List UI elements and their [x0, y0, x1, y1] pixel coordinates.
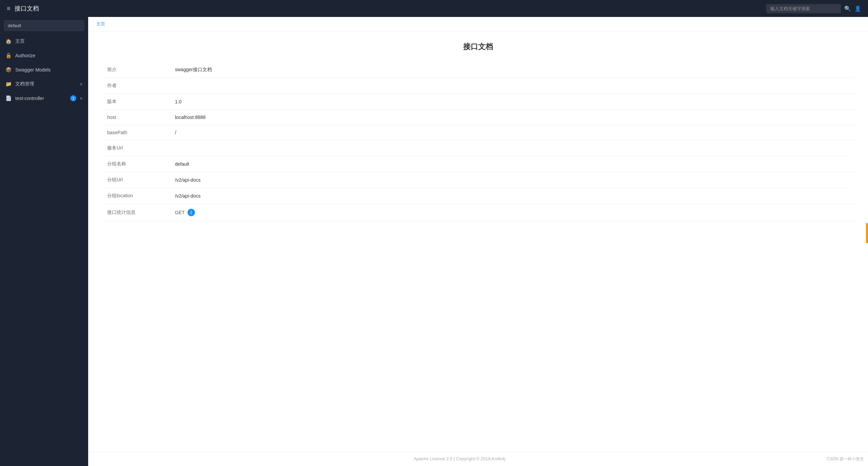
table-row: 版本 1.0 — [102, 94, 854, 110]
sidebar-arrow-test-controller: ∨ — [80, 96, 83, 101]
info-table: 简介 swagger接口文档 作者 版本 1.0 host localhost:… — [102, 62, 854, 221]
sidebar-icon-doc-manage: 📁 — [5, 81, 12, 87]
table-row: 服务Url — [102, 140, 854, 156]
menu-icon[interactable]: ≡ — [7, 5, 11, 12]
sidebar-label-swagger-models: Swagger Models — [15, 67, 83, 73]
footer: Apache License 2.0 | Copyright © 2019-Kn… — [88, 452, 868, 466]
table-cell-value-2: 1.0 — [170, 94, 854, 110]
search-icon[interactable]: 🔍 — [844, 5, 851, 12]
table-cell-label-4: basePath — [102, 125, 170, 140]
scroll-indicator — [866, 223, 868, 243]
header-title: 接口文档 — [15, 4, 39, 13]
table-cell-value-3: localhost:8888 — [170, 110, 854, 125]
sidebar-select-wrapper: default — [0, 17, 88, 34]
sidebar-icon-swagger-models: 📦 — [5, 67, 12, 73]
table-row: basePath / — [102, 125, 854, 140]
sidebar-nav: 🏠 主页 🔒 Authorize 📦 Swagger Models 📁 文档管理… — [0, 34, 88, 105]
table-cell-value-5 — [170, 140, 854, 156]
table-cell-value-1 — [170, 78, 854, 94]
table-cell-label-1: 作者 — [102, 78, 170, 94]
header-right: 🔍 👤 — [766, 4, 861, 13]
sidebar-badge-test-controller: 1 — [70, 95, 76, 101]
table-cell-value-6: default — [170, 156, 854, 172]
group-select[interactable]: default — [4, 20, 84, 31]
table-cell-label-2: 版本 — [102, 94, 170, 110]
sidebar-arrow-doc-manage: ∨ — [80, 82, 83, 86]
sidebar-item-authorize[interactable]: 🔒 Authorize — [0, 48, 88, 63]
content-area: 主页 接口文档 简介 swagger接口文档 作者 版本 1.0 host lo… — [88, 17, 868, 466]
table-cell-label-7: 分组Url — [102, 172, 170, 188]
table-row: host localhost:8888 — [102, 110, 854, 125]
get-count-badge: 1 — [188, 209, 195, 216]
table-row: 作者 — [102, 78, 854, 94]
table-cell-value-9: GET 1 — [170, 204, 854, 221]
sidebar-label-home: 主页 — [15, 38, 83, 44]
sidebar-label-test-controller: test-controller — [15, 96, 67, 101]
search-input[interactable] — [766, 4, 841, 13]
get-label: GET — [175, 210, 185, 215]
sidebar-icon-test-controller: 📄 — [5, 95, 12, 101]
main-layout: default 🏠 主页 🔒 Authorize 📦 Swagger Model… — [0, 17, 868, 466]
sidebar-item-home[interactable]: 🏠 主页 — [0, 34, 88, 48]
sidebar-item-doc-manage[interactable]: 📁 文档管理 ∨ — [0, 77, 88, 91]
sidebar-label-doc-manage: 文档管理 — [15, 81, 76, 87]
table-cell-label-5: 服务Url — [102, 140, 170, 156]
sidebar: default 🏠 主页 🔒 Authorize 📦 Swagger Model… — [0, 17, 88, 466]
sidebar-icon-home: 🏠 — [5, 38, 12, 44]
get-badge: GET 1 — [175, 209, 195, 216]
table-row: 分组Url /v2/api-docs — [102, 172, 854, 188]
table-cell-label-6: 分组名称 — [102, 156, 170, 172]
table-row: 接口统计信息 GET 1 — [102, 204, 854, 221]
table-cell-label-9: 接口统计信息 — [102, 204, 170, 221]
content-body: 接口文档 简介 swagger接口文档 作者 版本 1.0 host local… — [88, 32, 868, 452]
sidebar-icon-authorize: 🔒 — [5, 53, 12, 59]
header: ≡ 接口文档 🔍 👤 — [0, 0, 868, 17]
table-cell-value-7: /v2/api-docs — [170, 172, 854, 188]
table-cell-value-8: /v2/api-docs — [170, 188, 854, 204]
header-left: ≡ 接口文档 — [7, 4, 39, 13]
footer-right-text: CSDN @一杯小觉生 — [827, 456, 864, 462]
footer-text: Apache License 2.0 | Copyright © 2019-Kn… — [414, 456, 505, 461]
table-row: 简介 swagger接口文档 — [102, 62, 854, 78]
table-row: 分组名称 default — [102, 156, 854, 172]
app-container: ≡ 接口文档 🔍 👤 default 🏠 主页 🔒 Authorize — [0, 0, 868, 466]
table-cell-label-8: 分组location — [102, 188, 170, 204]
table-row: 分组location /v2/api-docs — [102, 188, 854, 204]
table-cell-label-3: host — [102, 110, 170, 125]
table-cell-label-0: 简介 — [102, 62, 170, 78]
sidebar-item-swagger-models[interactable]: 📦 Swagger Models — [0, 63, 88, 77]
breadcrumb: 主页 — [88, 17, 868, 32]
sidebar-item-test-controller[interactable]: 📄 test-controller 1 ∨ — [0, 91, 88, 105]
table-cell-value-4: / — [170, 125, 854, 140]
breadcrumb-home[interactable]: 主页 — [96, 21, 105, 26]
user-icon[interactable]: 👤 — [854, 5, 861, 12]
page-title: 接口文档 — [102, 42, 854, 52]
table-cell-value-0: swagger接口文档 — [170, 62, 854, 78]
sidebar-label-authorize: Authorize — [15, 53, 83, 58]
